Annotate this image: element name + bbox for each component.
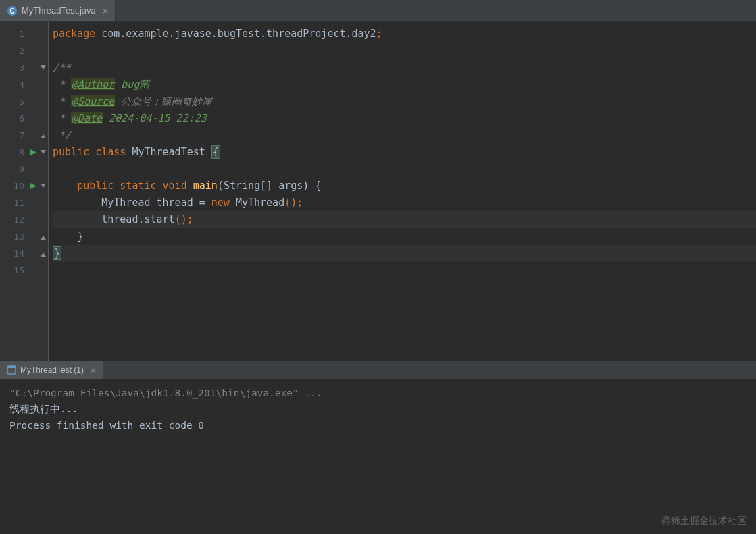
run-config-icon <box>7 365 16 375</box>
watermark: @稀土掘金技术社区 <box>661 515 747 527</box>
code-line: * @Date 2024-04-15 22:23 <box>53 110 756 127</box>
line-number-gutter: 1 2 3 4 5 6 7 8 9 10 11 12 13 14 15 <box>0 22 38 361</box>
code-line: public class MyThreadTest { <box>53 144 756 161</box>
code-line: package com.example.javase.bugTest.threa… <box>53 26 756 43</box>
editor-tab-bar: C MyThreadTest.java × <box>0 0 756 22</box>
java-class-icon: C <box>7 5 18 16</box>
fold-end-icon <box>38 127 48 144</box>
line-number: 6 <box>0 110 38 127</box>
code-line: } <box>53 228 756 245</box>
code-line: thread.start(); <box>53 211 756 228</box>
code-line <box>53 262 756 279</box>
close-icon[interactable]: × <box>91 365 96 375</box>
console-tab[interactable]: MyThreadTest (1) × <box>0 361 103 379</box>
console-tab-label: MyThreadTest (1) <box>20 365 84 375</box>
code-line: */ <box>53 127 756 144</box>
fold-end-icon <box>38 228 48 245</box>
code-line: * @Source 公众号：猿圈奇妙屋 <box>53 93 756 110</box>
line-number: 15 <box>0 262 38 279</box>
code-line <box>53 43 756 59</box>
svg-rect-5 <box>7 366 16 368</box>
editor-tab-label: MyThreadTest.java <box>22 5 96 16</box>
console-tab-bar: MyThreadTest (1) × <box>0 361 756 379</box>
svg-marker-2 <box>30 149 36 155</box>
line-number: 1 <box>0 26 38 43</box>
line-number: 12 <box>0 211 38 228</box>
line-number: 4 <box>0 76 38 93</box>
svg-marker-3 <box>30 182 36 189</box>
console-line: Process finished with exit code 0 <box>9 417 747 433</box>
code-line: MyThread thread = new MyThread(); <box>53 194 756 211</box>
code-line: public static void main(String[] args) { <box>53 178 756 194</box>
fold-toggle-icon[interactable] <box>38 144 48 161</box>
line-number: 14 <box>0 245 38 262</box>
code-editor[interactable]: package com.example.javase.bugTest.threa… <box>49 22 756 361</box>
line-number: 9 <box>0 161 38 178</box>
editor-area: 1 2 3 4 5 6 7 8 9 10 11 12 13 14 15 pack… <box>0 22 756 361</box>
code-line: /** <box>53 59 756 76</box>
close-icon[interactable]: × <box>103 5 108 16</box>
console-line: 线程执行中... <box>9 401 747 417</box>
console-output[interactable]: "C:\Program Files\Java\jdk1.8.0_201\bin\… <box>0 379 756 534</box>
fold-toggle-icon[interactable] <box>38 178 48 194</box>
line-number: 2 <box>0 43 38 59</box>
run-icon[interactable] <box>30 144 36 161</box>
fold-end-icon <box>38 245 48 262</box>
line-number: 7 <box>0 127 38 144</box>
line-number: 11 <box>0 194 38 211</box>
run-icon[interactable] <box>30 178 36 194</box>
code-line: } <box>53 245 756 262</box>
line-number: 5 <box>0 93 38 110</box>
svg-text:C: C <box>9 7 14 14</box>
line-number: 10 <box>0 178 38 194</box>
console-line: "C:\Program Files\Java\jdk1.8.0_201\bin\… <box>9 385 747 401</box>
line-number: 8 <box>0 144 38 161</box>
fold-gutter <box>38 22 49 361</box>
code-line: * @Author bug菌 <box>53 76 756 93</box>
fold-toggle-icon[interactable] <box>38 59 48 76</box>
editor-tab[interactable]: C MyThreadTest.java × <box>0 0 116 21</box>
line-number: 13 <box>0 228 38 245</box>
code-line <box>53 161 756 178</box>
line-number: 3 <box>0 59 38 76</box>
